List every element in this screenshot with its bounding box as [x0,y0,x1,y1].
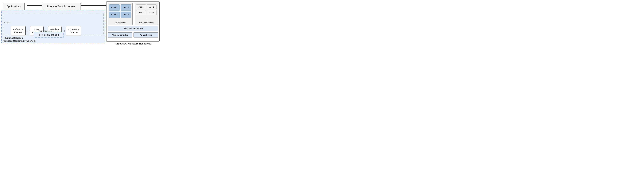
framework-label: Proposed Monitoring Framework [3,40,36,42]
acc-grid: Acc-1 Acc-2 Acc-3 Acc-4 [135,3,158,16]
scheduler-label: Runtime Task Scheduler [47,5,76,8]
coherence-compute-line2: Compute [69,31,78,34]
acc-dots: ... [135,16,158,20]
cpu-1-cell: CPU-1 [109,4,120,11]
io-controller-box: I/O Controllers [134,32,158,38]
ref-reward-line2: or Reward [13,31,23,34]
io-ctrl-label: I/O Controllers [140,34,152,36]
bottom-controllers: Memory Controller I/O Controllers [108,32,158,38]
cpu-cluster-label: CPU Cluster [108,22,132,24]
incremental-training-box: Incremental Training [34,32,64,38]
coherence-compute-node: Coherence Compute [66,26,81,36]
cpu-2-cell: CPU-2 [120,4,131,11]
acc-3-cell: Acc-3 [136,10,146,15]
coherence-compute-line1: Coherence [68,28,79,30]
hw-acc-label: HW Accelerators [135,22,158,24]
cpu-4-cell: CPU-4 [120,12,131,18]
soc-box: CPU-1 CPU-2 CPU-3 CPU-4 CPU Cluster Acc-… [106,2,160,42]
applications-label: Applications [6,5,21,8]
interconnect-box: On-Chip Interconnect [108,26,158,31]
arrow-3 [62,30,66,32]
ref-reward-line1: Reference [13,28,23,30]
soc-title: Target SoC Hardware Resources [106,42,159,45]
loss-compute-line1: Loss [34,28,39,30]
interconnect-label: On-Chip Interconnect [123,27,143,30]
cpu-cluster-box: CPU-1 CPU-2 CPU-3 CPU-4 CPU Cluster [108,3,132,25]
memory-ctrl-label: Memory Controller [112,34,128,36]
hw-acc-box: Acc-1 Acc-2 Acc-3 Acc-4 ... HW Accelerat… [135,3,158,25]
incremental-training-label: Incremental Training [38,34,59,36]
scheduler-box: Runtime Task Scheduler [42,3,81,10]
applications-box: Applications [3,3,25,10]
acc-1-cell: Acc-1 [136,4,146,9]
runtime-detection-label: Runtime Detection [4,37,23,39]
framework-box: M tasks Reference or Reward Loss Compute [2,10,105,43]
svg-marker-1 [40,4,42,6]
arrow-1 [26,30,30,32]
acc-4-cell: Acc-4 [147,10,156,15]
memory-controller-box: Memory Controller [108,32,132,38]
cpu-grid: CPU-1 CPU-2 CPU-3 CPU-4 [108,3,132,19]
diagram-container: Applications Runtime Task Scheduler M ta… [0,0,161,45]
ref-reward-node: Reference or Reward [11,26,26,36]
cpu-3-cell: CPU-3 [109,12,120,18]
acc-2-cell: Acc-2 [147,4,156,9]
